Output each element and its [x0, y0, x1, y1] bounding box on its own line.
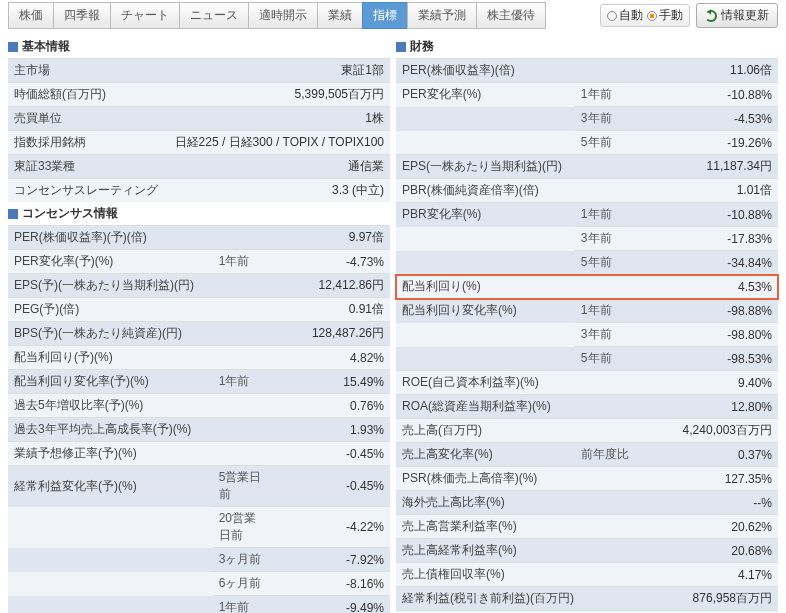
row-value: 1.01倍: [635, 179, 778, 203]
table-row: 経常利益変化率(予)(%)5営業日前-0.45%: [8, 466, 390, 507]
row-value: 0.37%: [635, 443, 778, 467]
row-label: 売上高(百万円): [396, 419, 635, 443]
row-label: PBR(株価純資産倍率)(倍): [396, 179, 635, 203]
row-value: 0.91倍: [273, 298, 390, 322]
table-row: 配当利回り(予)(%)4.82%: [8, 346, 390, 370]
tab-8[interactable]: 株主優待: [476, 2, 546, 29]
row-label: [396, 227, 575, 251]
row-value: -0.45%: [273, 466, 390, 507]
row-label: 海外売上高比率(%): [396, 491, 635, 515]
row-label: 時価総額(百万円): [8, 83, 166, 107]
top-bar: 株価四季報チャートニュース適時開示業績指標業績予測株主優待 自動 手動 情報更新: [0, 0, 786, 31]
row-label: [396, 347, 575, 371]
row-label: PER(株価収益率)(倍): [396, 59, 635, 83]
row-value: 3.3 (中立): [166, 179, 390, 203]
row-value: 日経225 / 日経300 / TOPIX / TOPIX100: [166, 131, 390, 155]
table-row: PBR変化率(%)1年前-10.88%: [396, 203, 778, 227]
table-row: PBR(株価純資産倍率)(倍)1.01倍: [396, 179, 778, 203]
table-row: 売上高経常利益率(%)20.68%: [396, 539, 778, 563]
table-row: 配当利回り(%)4.53%: [396, 275, 778, 299]
tab-1[interactable]: 四季報: [53, 2, 110, 29]
row-sublabel: 20営業日前: [213, 507, 273, 548]
tabs: 株価四季報チャートニュース適時開示業績指標業績予測株主優待: [8, 2, 546, 29]
table-row: 指数採用銘柄日経225 / 日経300 / TOPIX / TOPIX100: [8, 131, 390, 155]
tab-6[interactable]: 指標: [362, 2, 407, 29]
update-button[interactable]: 情報更新: [696, 3, 778, 28]
row-value: 5,399,505百万円: [166, 83, 390, 107]
row-label: BPS(予)(一株あたり純資産)(円): [8, 322, 273, 346]
radio-icon: [607, 11, 617, 21]
table-row: BPS(予)(一株あたり純資産)(円)128,487.26円: [8, 322, 390, 346]
row-label: [396, 107, 575, 131]
row-label: 売買単位: [8, 107, 166, 131]
table-row: ROE(自己資本利益率)(%)9.40%: [396, 371, 778, 395]
row-label: コンセンサスレーティング: [8, 179, 166, 203]
row-value: 1株: [166, 107, 390, 131]
row-label: 売上高変化率(%): [396, 443, 575, 467]
row-sublabel: 1年前: [213, 370, 273, 394]
section-fin-header: 財務: [396, 35, 778, 58]
row-sublabel: 5営業日前: [213, 466, 273, 507]
row-value: -98.88%: [635, 299, 778, 323]
table-row: 主市場東証1部: [8, 59, 390, 83]
table-row: EPS(予)(一株あたり当期利益)(円)12,412.86円: [8, 274, 390, 298]
table-row: 配当利回り変化率(予)(%)1年前15.49%: [8, 370, 390, 394]
columns: 基本情報 主市場東証1部時価総額(百万円)5,399,505百万円売買単位1株指…: [0, 31, 786, 613]
update-button-label: 情報更新: [721, 7, 769, 24]
row-value: -17.83%: [635, 227, 778, 251]
row-value: -4.53%: [635, 107, 778, 131]
radio-manual[interactable]: 手動: [647, 7, 683, 24]
row-value: 12.80%: [635, 395, 778, 419]
row-label: [8, 596, 213, 614]
table-row: 1年前-9.49%: [8, 596, 390, 614]
table-row: PER(株価収益率)(倍)11.06倍: [396, 59, 778, 83]
table-row: PER変化率(予)(%)1年前-4.73%: [8, 250, 390, 274]
row-sublabel: 5年前: [575, 131, 635, 155]
row-label: 過去3年平均売上高成長率(予)(%): [8, 418, 273, 442]
square-icon: [8, 42, 18, 52]
row-label: 売上高営業利益率(%): [396, 515, 635, 539]
row-value: 4.53%: [635, 275, 778, 299]
row-value: -4.22%: [273, 507, 390, 548]
tab-4[interactable]: 適時開示: [248, 2, 317, 29]
table-row: 売上債権回収率(%)4.17%: [396, 563, 778, 587]
row-label: 配当利回り(%): [396, 275, 635, 299]
row-label: 売上高経常利益率(%): [396, 539, 635, 563]
table-row: 売上高変化率(%)前年度比0.37%: [396, 443, 778, 467]
table-row: 業績予想修正率(予)(%)-0.45%: [8, 442, 390, 466]
row-label: PSR(株価売上高倍率)(%): [396, 467, 635, 491]
tab-5[interactable]: 業績: [317, 2, 362, 29]
row-label: [396, 131, 575, 155]
row-value: 11.06倍: [635, 59, 778, 83]
row-label: PER(株価収益率)(予)(倍): [8, 226, 273, 250]
radio-manual-label: 手動: [659, 7, 683, 24]
table-row: ROA(総資産当期利益率)(%)12.80%: [396, 395, 778, 419]
row-label: 経常利益変化率(予)(%): [8, 466, 213, 507]
row-label: EPS(一株あたり当期利益)(円): [396, 155, 635, 179]
row-value: -10.88%: [635, 203, 778, 227]
row-sublabel: 1年前: [575, 299, 635, 323]
table-row: 経常利益(税引き前利益)(百万円)876,958百万円: [396, 587, 778, 611]
row-sublabel: 1年前: [575, 203, 635, 227]
table-row: 過去5年増収比率(予)(%)0.76%: [8, 394, 390, 418]
row-label: [396, 323, 575, 347]
row-value: -4.73%: [273, 250, 390, 274]
tab-0[interactable]: 株価: [8, 2, 53, 29]
row-value: -10.88%: [635, 83, 778, 107]
row-value: 4.82%: [273, 346, 390, 370]
table-row: 20営業日前-4.22%: [8, 507, 390, 548]
table-row: PER(株価収益率)(予)(倍)9.97倍: [8, 226, 390, 250]
row-value: 127.35%: [635, 467, 778, 491]
tab-2[interactable]: チャート: [110, 2, 179, 29]
tab-3[interactable]: ニュース: [179, 2, 248, 29]
row-value: 20.68%: [635, 539, 778, 563]
radio-auto[interactable]: 自動: [607, 7, 643, 24]
row-value: -9.49%: [273, 596, 390, 614]
tab-7[interactable]: 業績予測: [407, 2, 476, 29]
row-sublabel: 5年前: [575, 347, 635, 371]
row-label: PEG(予)(倍): [8, 298, 273, 322]
row-label: PBR変化率(%): [396, 203, 575, 227]
row-label: 経常利益(税引き前利益)(百万円): [396, 587, 635, 611]
row-label: 指数採用銘柄: [8, 131, 166, 155]
row-label: [8, 548, 213, 572]
